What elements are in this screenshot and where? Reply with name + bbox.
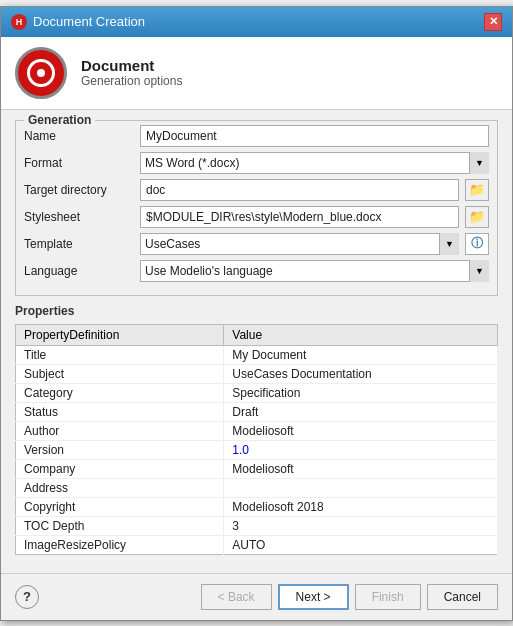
help-button[interactable]: ? [15,585,39,609]
table-row: CopyrightModeliosoft 2018 [16,497,498,516]
template-select[interactable]: UseCases Default [140,233,459,255]
table-row: CategorySpecification [16,383,498,402]
footer-right: < Back Next > Finish Cancel [201,584,498,610]
name-input[interactable] [140,125,489,147]
template-select-wrapper: UseCases Default ▼ [140,233,459,255]
property-name-cell: Company [16,459,224,478]
property-value-cell: 1.0 [224,440,498,459]
property-name-cell: Copyright [16,497,224,516]
property-value-cell: UseCases Documentation [224,364,498,383]
main-window: H Document Creation ✕ Document Generatio… [0,6,513,621]
property-name-cell: Author [16,421,224,440]
header-section: Document Generation options [1,37,512,110]
language-label: Language [24,264,134,278]
language-select[interactable]: Use Modelio's language English French [140,260,489,282]
property-value-cell: 3 [224,516,498,535]
header-title: Document [81,57,182,74]
property-name-cell: ImageResizePolicy [16,535,224,554]
footer-left: ? [15,585,39,609]
cancel-button[interactable]: Cancel [427,584,498,610]
property-name-cell: Status [16,402,224,421]
target-dir-input[interactable] [140,179,459,201]
table-row: AuthorModeliosoft [16,421,498,440]
template-label: Template [24,237,134,251]
template-info-button[interactable]: ⓘ [465,233,489,255]
language-select-wrapper: Use Modelio's language English French ▼ [140,260,489,282]
format-label: Format [24,156,134,170]
table-row: ImageResizePolicyAUTO [16,535,498,554]
property-value-cell [224,478,498,497]
title-bar: H Document Creation ✕ [1,7,512,37]
logo-dot [37,69,45,77]
header-subtitle: Generation options [81,74,182,88]
title-bar-left: H Document Creation [11,14,145,30]
template-row: Template UseCases Default ▼ ⓘ [24,233,489,255]
generation-section-label: Generation [24,113,95,127]
app-logo [15,47,67,99]
property-value-cell: My Document [224,345,498,364]
table-row: SubjectUseCases Documentation [16,364,498,383]
stylesheet-folder-button[interactable]: 📁 [465,206,489,228]
content-area: Generation Name Format MS Word (*.docx) … [1,110,512,565]
target-dir-row: Target directory 📁 [24,179,489,201]
header-text: Document Generation options [81,57,182,88]
property-name-cell: Version [16,440,224,459]
table-row: TOC Depth3 [16,516,498,535]
format-select[interactable]: MS Word (*.docx) PDF HTML [140,152,489,174]
properties-section: Properties PropertyDefinition Value Titl… [15,304,498,555]
property-value-cell: Modeliosoft [224,459,498,478]
table-row: TitleMy Document [16,345,498,364]
app-icon: H [11,14,27,30]
property-value-cell: Modeliosoft 2018 [224,497,498,516]
properties-section-label: Properties [15,304,498,318]
footer: ? < Back Next > Finish Cancel [1,573,512,620]
table-row: CompanyModeliosoft [16,459,498,478]
format-select-wrapper: MS Word (*.docx) PDF HTML ▼ [140,152,489,174]
language-row: Language Use Modelio's language English … [24,260,489,282]
target-dir-label: Target directory [24,183,134,197]
property-value-cell: Draft [224,402,498,421]
property-value-cell: Modeliosoft [224,421,498,440]
property-value-cell: Specification [224,383,498,402]
col-property-header: PropertyDefinition [16,324,224,345]
back-button[interactable]: < Back [201,584,272,610]
next-button[interactable]: Next > [278,584,349,610]
table-row: Address [16,478,498,497]
property-name-cell: Category [16,383,224,402]
generation-group: Generation Name Format MS Word (*.docx) … [15,120,498,296]
table-row: Version1.0 [16,440,498,459]
name-label: Name [24,129,134,143]
properties-table: PropertyDefinition Value TitleMy Documen… [15,324,498,555]
property-name-cell: Title [16,345,224,364]
stylesheet-row: Stylesheet 📁 [24,206,489,228]
window-title: Document Creation [33,14,145,29]
stylesheet-input[interactable] [140,206,459,228]
logo-inner [27,59,55,87]
stylesheet-label: Stylesheet [24,210,134,224]
target-dir-folder-button[interactable]: 📁 [465,179,489,201]
property-value-cell: AUTO [224,535,498,554]
property-name-cell: TOC Depth [16,516,224,535]
property-name-cell: Address [16,478,224,497]
property-name-cell: Subject [16,364,224,383]
format-row: Format MS Word (*.docx) PDF HTML ▼ [24,152,489,174]
name-row: Name [24,125,489,147]
finish-button[interactable]: Finish [355,584,421,610]
close-button[interactable]: ✕ [484,13,502,31]
col-value-header: Value [224,324,498,345]
table-row: StatusDraft [16,402,498,421]
